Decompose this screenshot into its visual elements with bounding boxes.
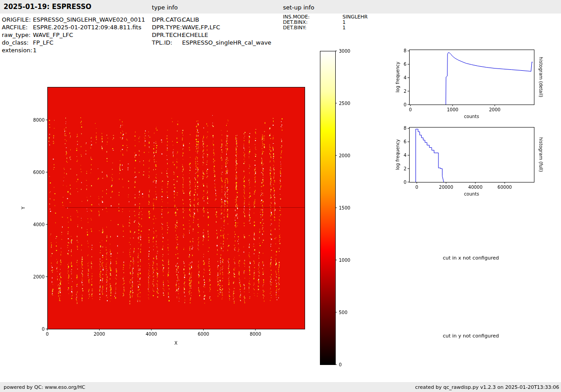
y-tick-label: 2	[404, 166, 406, 171]
setup-info-header: set-up info	[283, 4, 315, 11]
y-tick-label: 4	[404, 75, 406, 80]
right-axis-label: histogram (detail)	[538, 57, 543, 97]
x-axis-label: counts	[464, 114, 479, 119]
field-label: DET.BINY:	[283, 25, 342, 31]
x-tick-label: 4000	[146, 332, 157, 337]
y-tick-label: 8000	[33, 118, 45, 123]
type-info-block: DPR.CATG:CALIB DPR.TYPE:WAVE,FP,LFC DPR.…	[152, 16, 271, 46]
colorbar-tick-label: 500	[339, 310, 347, 315]
x-tick-label: 2000	[489, 107, 500, 112]
field-label: TPL.ID:	[152, 39, 182, 46]
colorbar-tick-label: 2500	[339, 101, 350, 106]
type-info-row: TPL.ID:ESPRESSO_singleHR_cal_wave	[152, 39, 271, 46]
setup-info-row: DET.BINY:1	[283, 25, 368, 31]
right-axis-label: histogram (full)	[538, 137, 543, 172]
histogram_detail-axes: 01000200002468countslog frequencyhistogr…	[395, 48, 543, 119]
y-tick-label: 0	[404, 102, 406, 107]
field-label: DPR.TECH:	[152, 31, 182, 39]
header-bar: 2025-01-19: ESPRESSO type info set-up in…	[0, 0, 561, 14]
x-axis-label: counts	[464, 191, 479, 196]
histogram_full-line	[416, 129, 444, 182]
cut-x-note: cut in x not configured	[443, 255, 499, 261]
field-label: extension:	[2, 46, 33, 54]
colorbar-tick-label: 1500	[339, 205, 350, 210]
histogram_full-axes: 020000400006000002468countslog frequency…	[395, 126, 543, 196]
y-tick-label: 0	[404, 180, 406, 185]
y-tick-label: 2000	[33, 274, 45, 279]
footer-credit-right: created by qc_rawdisp.py v1.2.3 on 2025-…	[415, 384, 559, 390]
field-value: CALIB	[182, 16, 199, 23]
histogram_detail-line	[446, 53, 533, 105]
x-tick-label: 6000	[198, 332, 209, 337]
field-value: ESPRESSO_SINGLEHR_WAVE020_0011	[33, 16, 145, 23]
footer-bar: powered by QC: www.eso.org/HC created by…	[0, 382, 561, 392]
x-axis-label: X	[174, 341, 178, 346]
y-tick-label: 6	[404, 139, 406, 144]
type-info-row: DPR.TECH:ECHELLE	[152, 31, 271, 39]
field-label: DPR.TYPE:	[152, 23, 182, 31]
y-tick-label: 6	[404, 62, 406, 67]
y-axis-label: Y	[21, 206, 26, 210]
x-tick-label: 20000	[439, 185, 453, 190]
x-tick-label: 40000	[468, 185, 483, 190]
raw-image-canvas	[47, 87, 305, 329]
colorbar: 050010001500200025003000	[320, 49, 351, 367]
cut-y-note: cut in y not configured	[443, 333, 499, 339]
colorbar-tick-label: 1000	[339, 258, 350, 263]
field-value: SINGLEHR	[342, 14, 368, 20]
field-value: ESPRESSO_singleHR_cal_wave	[182, 39, 271, 46]
field-label: raw_type:	[2, 31, 33, 39]
y-axis-label: log frequency	[395, 62, 400, 93]
field-value: ESPRE.2025-01-20T12:09:48.811.fits	[33, 24, 141, 31]
field-value: 1	[342, 25, 346, 31]
type-info-header: type info	[152, 4, 178, 11]
type-info-row: DPR.CATG:CALIB	[152, 16, 271, 23]
x-tick-label: 1000	[447, 107, 458, 112]
file-info-row: extension:1	[2, 46, 145, 54]
x-tick-label: 0	[46, 332, 49, 337]
y-tick-label: 8	[404, 126, 406, 131]
field-value: WAVE_FP_LFC	[33, 32, 73, 38]
field-label: DPR.CATG:	[152, 16, 182, 23]
footer-credit-left: powered by QC: www.eso.org/HC	[4, 384, 85, 390]
file-info-row: do_class:FP_LFC	[2, 39, 145, 46]
y-tick-label: 8	[404, 48, 406, 53]
field-value: ECHELLE	[182, 32, 208, 38]
field-value: 1	[33, 47, 36, 54]
x-tick-label: 0	[415, 185, 418, 190]
y-tick-label: 6000	[33, 170, 45, 175]
colorbar-tick-label: 0	[339, 362, 342, 367]
field-value: FP_LFC	[33, 39, 54, 46]
file-info-block: ORIGFILE:ESPRESSO_SINGLEHR_WAVE020_0011 …	[2, 16, 145, 54]
y-tick-label: 4	[404, 153, 406, 158]
field-value: WAVE,FP,LFC	[182, 24, 220, 31]
file-info-row: ARCFILE:ESPRE.2025-01-20T12:09:48.811.fi…	[2, 23, 145, 31]
colorbar-tick-label: 3000	[339, 49, 350, 54]
setup-info-block: INS.MODE:SINGLEHR DET.BINX:1 DET.BINY:1	[283, 14, 368, 31]
y-tick-label: 2	[404, 89, 406, 94]
x-tick-label: 60000	[497, 185, 512, 190]
field-label: ORIGFILE:	[2, 16, 33, 23]
x-tick-label: 0	[409, 107, 412, 112]
page-title: 2025-01-19: ESPRESSO	[4, 3, 91, 11]
field-label: do_class:	[2, 39, 33, 46]
qc-report-page: 2025-01-19: ESPRESSO type info set-up in…	[0, 0, 561, 392]
file-info-row: raw_type:WAVE_FP_LFC	[2, 31, 145, 39]
file-info-row: ORIGFILE:ESPRESSO_SINGLEHR_WAVE020_0011	[2, 16, 145, 23]
x-tick-label: 8000	[250, 332, 261, 337]
y-axis-label: log frequency	[395, 139, 400, 170]
y-tick-label: 0	[42, 327, 45, 332]
colorbar-tick-label: 2000	[339, 153, 350, 158]
y-tick-label: 4000	[33, 222, 45, 227]
field-label: ARCFILE:	[2, 23, 33, 31]
type-info-row: DPR.TYPE:WAVE,FP,LFC	[152, 23, 271, 31]
x-tick-label: 2000	[94, 332, 105, 337]
